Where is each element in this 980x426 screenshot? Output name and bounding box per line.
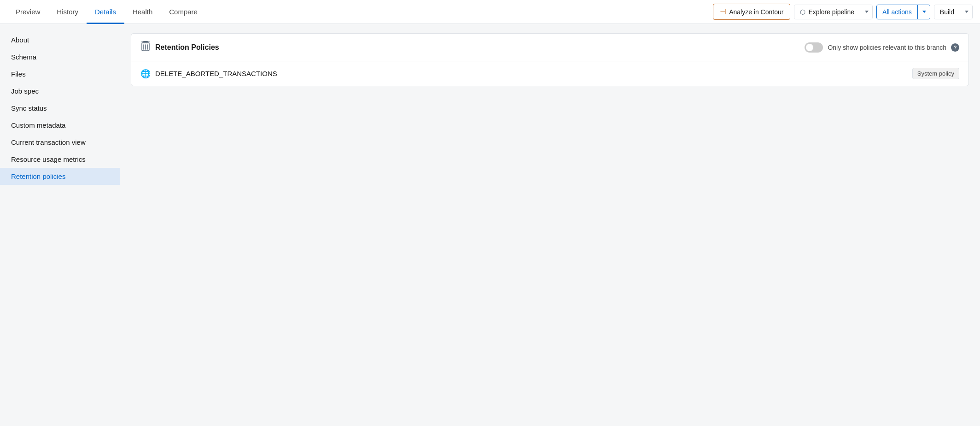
help-icon[interactable]: ?	[951, 43, 959, 52]
toggle-label: Only show policies relevant to this bran…	[828, 44, 946, 51]
all-actions-dropdown-button[interactable]	[917, 5, 930, 19]
all-actions-button-group: All actions	[876, 5, 930, 19]
content-area: Retention Policies Only show policies re…	[120, 24, 980, 426]
build-button-group: Build	[934, 5, 973, 19]
explore-pipeline-button[interactable]: ⬡ Explore pipeline	[794, 5, 860, 19]
nav-tabs: PreviewHistoryDetailsHealthCompare	[7, 0, 206, 24]
nav-actions: ⊣ Analyze in Contour ⬡ Explore pipeline …	[713, 4, 973, 20]
sidebar-item-about[interactable]: About	[0, 31, 120, 48]
panel-title-text: Retention Policies	[155, 43, 219, 52]
sidebar-item-retention-policies[interactable]: Retention policies	[0, 168, 120, 185]
nav-tab-health[interactable]: Health	[124, 0, 161, 24]
explore-pipeline-button-group: ⬡ Explore pipeline	[794, 5, 873, 19]
build-button[interactable]: Build	[934, 5, 960, 19]
all-actions-label: All actions	[882, 8, 912, 16]
all-actions-button[interactable]: All actions	[877, 5, 917, 19]
top-navigation: PreviewHistoryDetailsHealthCompare ⊣ Ana…	[0, 0, 980, 24]
globe-icon: 🌐	[140, 69, 151, 79]
sidebar-item-files[interactable]: Files	[0, 65, 120, 83]
sidebar-item-sync-status[interactable]: Sync status	[0, 100, 120, 117]
contour-icon: ⊣	[720, 7, 726, 16]
explore-pipeline-dropdown-button[interactable]	[860, 5, 872, 19]
retention-policies-icon	[140, 41, 151, 53]
branch-toggle[interactable]	[805, 42, 823, 53]
explore-chevron-icon	[865, 11, 869, 13]
build-label: Build	[940, 8, 954, 16]
nav-tab-details[interactable]: Details	[87, 0, 124, 24]
policy-row: 🌐 DELETE_ABORTED_TRANSACTIONS System pol…	[131, 61, 968, 86]
explore-btn-label: Explore pipeline	[808, 8, 854, 16]
panel-header: Retention Policies Only show policies re…	[131, 34, 968, 61]
branch-toggle-slider	[805, 42, 823, 53]
sidebar: AboutSchemaFilesJob specSync statusCusto…	[0, 24, 120, 426]
pipeline-icon: ⬡	[800, 8, 805, 16]
panel-header-actions: Only show policies relevant to this bran…	[805, 42, 959, 53]
build-chevron-icon	[965, 11, 968, 13]
build-dropdown-button[interactable]	[960, 5, 972, 19]
all-actions-chevron-icon	[922, 11, 926, 13]
panel-title: Retention Policies	[140, 41, 219, 53]
sidebar-item-custom-metadata[interactable]: Custom metadata	[0, 117, 120, 134]
policy-name: DELETE_ABORTED_TRANSACTIONS	[155, 70, 277, 77]
nav-tab-history[interactable]: History	[48, 0, 87, 24]
analyze-btn-label: Analyze in Contour	[729, 8, 783, 16]
retention-policies-panel: Retention Policies Only show policies re…	[131, 33, 969, 86]
sidebar-item-resource-usage-metrics[interactable]: Resource usage metrics	[0, 151, 120, 168]
sidebar-item-schema[interactable]: Schema	[0, 48, 120, 65]
svg-rect-1	[143, 41, 148, 42]
main-content: AboutSchemaFilesJob specSync statusCusto…	[0, 24, 980, 426]
sidebar-item-current-transaction-view[interactable]: Current transaction view	[0, 134, 120, 151]
analyze-in-contour-button[interactable]: ⊣ Analyze in Contour	[713, 4, 790, 20]
system-policy-badge: System policy	[912, 68, 959, 79]
policy-list: 🌐 DELETE_ABORTED_TRANSACTIONS System pol…	[131, 61, 968, 86]
nav-tab-preview[interactable]: Preview	[7, 0, 48, 24]
nav-tab-compare[interactable]: Compare	[161, 0, 206, 24]
sidebar-item-job-spec[interactable]: Job spec	[0, 83, 120, 100]
policy-info: 🌐 DELETE_ABORTED_TRANSACTIONS	[140, 69, 277, 79]
